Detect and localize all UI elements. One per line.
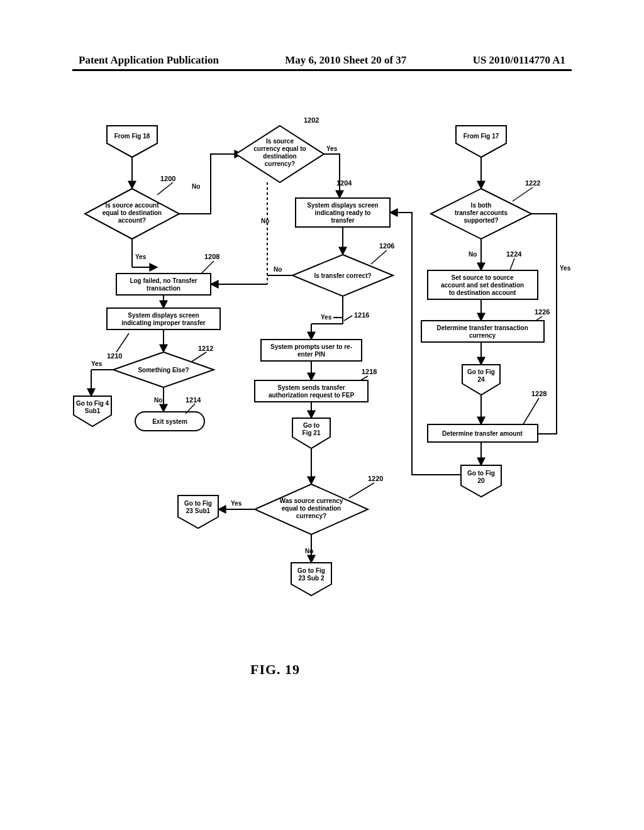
ref-1216: 1216 [354, 311, 369, 319]
ref-1202: 1202 [304, 116, 319, 124]
offpage-go-fig23-sub1: Go to Fig 23 Sub1 [178, 495, 218, 528]
svg-text:System prompts user to re-: System prompts user to re- [270, 343, 352, 350]
page-header: Patent Application Publication May 6, 20… [0, 54, 644, 67]
svg-text:System sends transfer: System sends transfer [277, 384, 345, 391]
svg-text:Yes: Yes [135, 253, 147, 260]
svg-line-70 [349, 483, 374, 498]
svg-text:Is transfer correct?: Is transfer correct? [314, 272, 371, 279]
decision-1206: Is transfer correct? [292, 255, 393, 296]
ref-1220: 1220 [368, 475, 383, 482]
svg-text:Go to: Go to [303, 422, 319, 429]
svg-text:Exit system: Exit system [152, 418, 187, 425]
svg-text:Was source currency: Was source currency [280, 497, 343, 504]
svg-text:Yes: Yes [321, 314, 332, 321]
svg-text:No: No [305, 548, 313, 555]
terminator-exit: Exit system [135, 412, 204, 431]
ref-1222: 1222 [525, 179, 540, 187]
svg-line-16 [201, 261, 214, 274]
offpage-from-fig18: From Fig 18 [107, 126, 157, 157]
svg-text:equal to destination: equal to destination [282, 505, 341, 512]
svg-text:destination: destination [263, 153, 296, 160]
svg-line-46 [371, 250, 387, 264]
svg-text:Go to Fig 4: Go to Fig 4 [76, 400, 109, 407]
offpage-go-fig20: Go to Fig 20 [461, 465, 501, 497]
ref-1226: 1226 [535, 308, 550, 316]
process-1208: Log failed, no Transfer transaction [116, 274, 211, 295]
process-1216: System prompts user to re- enter PIN [261, 340, 362, 361]
svg-text:Yes: Yes [91, 360, 103, 367]
svg-text:Go to Fig: Go to Fig [467, 470, 495, 477]
svg-line-102 [522, 398, 539, 426]
svg-text:currency?: currency? [265, 160, 295, 167]
svg-text:No: No [192, 183, 200, 190]
svg-text:Determine transfer transaction: Determine transfer transaction [436, 324, 528, 331]
offpage-go-fig23-sub2: Go to Fig 23 Sub 2 [291, 563, 331, 595]
svg-text:No: No [154, 397, 162, 404]
ref-1204: 1204 [336, 179, 352, 187]
svg-text:Sub1: Sub1 [85, 407, 101, 414]
svg-text:Is both: Is both [471, 202, 492, 209]
header-left: Patent Application Publication [79, 54, 219, 67]
offpage-go-fig24: Go to Fig 24 [462, 365, 500, 395]
svg-line-88 [509, 258, 514, 272]
svg-text:Something Else?: Something Else? [138, 367, 189, 374]
svg-text:System displays screen: System displays screen [128, 312, 199, 319]
offpage-go-fig21: Go to Fig 21 [292, 418, 330, 448]
svg-text:transaction: transaction [147, 285, 180, 292]
ref-1210: 1210 [107, 352, 122, 360]
svg-text:to destination account: to destination account [449, 289, 516, 296]
svg-text:Go to Fig: Go to Fig [467, 368, 495, 375]
svg-text:currency: currency [469, 332, 496, 339]
svg-text:No: No [274, 266, 282, 273]
ref-1200: 1200 [160, 175, 175, 182]
svg-text:Set source to source: Set source to source [452, 274, 514, 281]
process-1228: Determine transfer amount [428, 424, 538, 442]
svg-text:Go to Fig: Go to Fig [297, 567, 325, 574]
svg-text:24: 24 [477, 376, 485, 383]
process-1224: Set source to source account and set des… [428, 270, 538, 299]
offpage-from-fig17: From Fig 17 [456, 126, 506, 157]
svg-text:account and set destination: account and set destination [441, 282, 524, 289]
svg-text:account?: account? [118, 217, 146, 224]
process-1226: Determine transfer transaction currency [421, 321, 544, 342]
svg-text:Is source: Is source [266, 138, 294, 145]
svg-text:transfer: transfer [331, 217, 354, 224]
svg-text:Determine transfer amount: Determine transfer amount [442, 430, 523, 437]
svg-text:23 Sub1: 23 Sub1 [186, 507, 211, 514]
decision-1222: Is both transfer accounts supported? [431, 189, 531, 239]
ref-1214: 1214 [186, 396, 201, 404]
figure-caption: FIG. 19 [250, 661, 300, 678]
svg-line-84 [513, 187, 533, 201]
process-1210: System displays screen indicating improp… [107, 308, 220, 329]
ref-1208: 1208 [204, 253, 219, 260]
svg-text:System displays screen: System displays screen [307, 202, 378, 209]
svg-text:indicating improper transfer: indicating improper transfer [121, 319, 205, 326]
svg-line-52 [344, 316, 352, 321]
svg-text:enter PIN: enter PIN [297, 351, 325, 358]
decision-1202: Is source currency equal to destination … [236, 126, 324, 182]
svg-text:No: No [469, 251, 477, 258]
decision-1220: Was source currency equal to destination… [255, 484, 368, 534]
process-1218: System sends transfer authorization requ… [255, 380, 368, 402]
ref-1228: 1228 [531, 390, 547, 397]
ref-1218: 1218 [362, 368, 377, 375]
svg-line-5 [157, 182, 173, 195]
svg-text:transfer accounts: transfer accounts [455, 209, 508, 216]
svg-text:Is source account: Is source account [105, 202, 159, 209]
header-center: May 6, 2010 Sheet 20 of 37 [285, 54, 406, 67]
header-right: US 2010/0114770 A1 [473, 54, 565, 67]
decision-1200: Is source account equal to destination a… [85, 189, 179, 239]
svg-text:indicating ready to: indicating ready to [315, 209, 371, 216]
svg-text:Yes: Yes [231, 500, 242, 507]
svg-text:Yes: Yes [560, 265, 571, 272]
svg-text:Yes: Yes [326, 145, 338, 152]
svg-line-24 [192, 352, 206, 362]
svg-text:currency equal to: currency equal to [253, 145, 306, 152]
svg-text:From Fig 18: From Fig 18 [114, 133, 150, 140]
process-1204: System displays screen indicating ready … [296, 198, 390, 227]
ref-1212: 1212 [198, 345, 213, 352]
svg-text:authorization request to FEP: authorization request to FEP [269, 392, 354, 399]
svg-text:20: 20 [477, 477, 485, 484]
ref-1224: 1224 [506, 250, 522, 258]
page: Patent Application Publication May 6, 20… [0, 0, 644, 830]
